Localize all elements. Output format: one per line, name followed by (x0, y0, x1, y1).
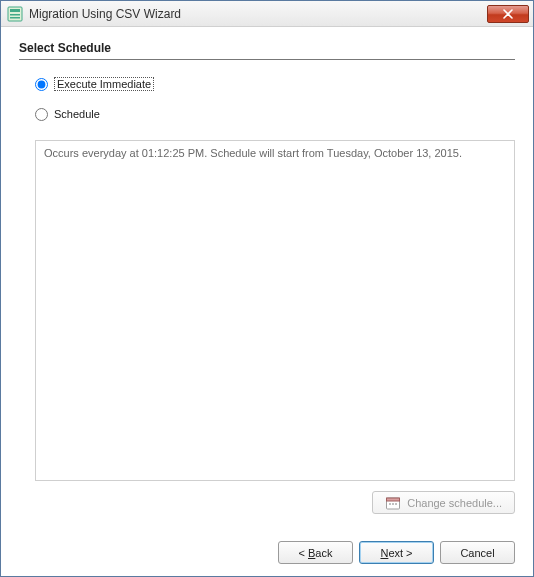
titlebar: Migration Using CSV Wizard (1, 1, 533, 27)
svg-rect-7 (392, 503, 394, 505)
change-schedule-label: Change schedule... (407, 497, 502, 509)
back-button[interactable]: < Back (278, 541, 353, 564)
radio-schedule-label: Schedule (54, 108, 100, 120)
radio-execute-immediate-input[interactable] (35, 78, 48, 91)
svg-rect-8 (395, 503, 397, 505)
svg-rect-2 (10, 14, 20, 16)
svg-rect-5 (387, 498, 400, 501)
cancel-button[interactable]: Cancel (440, 541, 515, 564)
cancel-label: Cancel (460, 547, 494, 559)
close-button[interactable] (487, 5, 529, 23)
close-icon (503, 9, 513, 19)
section-heading: Select Schedule (19, 41, 515, 60)
window-title: Migration Using CSV Wizard (29, 7, 487, 21)
content-area: Select Schedule Execute Immediate Schedu… (1, 27, 533, 576)
schedule-description-box: Occurs everyday at 01:12:25 PM. Schedule… (35, 140, 515, 481)
radio-execute-immediate[interactable]: Execute Immediate (35, 74, 515, 94)
change-schedule-row: Change schedule... (19, 491, 515, 514)
app-icon (7, 6, 23, 22)
wizard-nav-row: < Back Next > Cancel (19, 534, 515, 564)
svg-rect-1 (10, 9, 20, 12)
schedule-radio-group: Execute Immediate Schedule (19, 74, 515, 134)
next-button[interactable]: Next > (359, 541, 434, 564)
svg-rect-6 (389, 503, 391, 505)
change-schedule-button[interactable]: Change schedule... (372, 491, 515, 514)
radio-schedule-input[interactable] (35, 108, 48, 121)
calendar-icon (385, 495, 401, 511)
svg-rect-3 (10, 17, 20, 19)
radio-execute-immediate-label: Execute Immediate (54, 77, 154, 91)
schedule-description-text: Occurs everyday at 01:12:25 PM. Schedule… (44, 147, 462, 159)
radio-schedule[interactable]: Schedule (35, 104, 515, 124)
